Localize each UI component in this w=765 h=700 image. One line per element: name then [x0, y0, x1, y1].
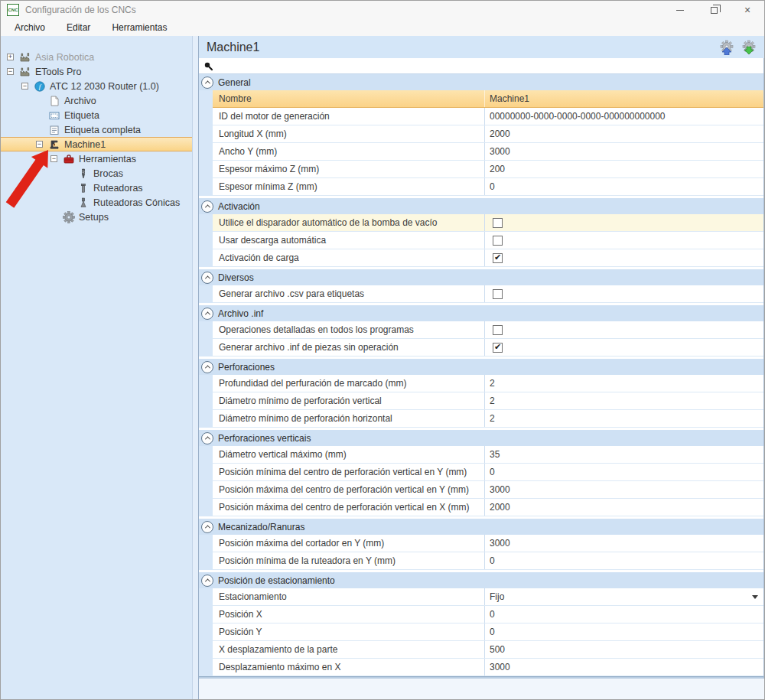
section-header[interactable]: Posición de estacionamiento	[199, 572, 763, 588]
property-row[interactable]: Posición máxima del centro de perforació…	[213, 499, 763, 516]
property-value[interactable]: 3000	[485, 481, 763, 498]
tree-item-archivo[interactable]: − Archivo	[1, 93, 192, 108]
property-value[interactable]: 0	[485, 464, 763, 480]
checkbox[interactable]	[493, 253, 503, 263]
property-row[interactable]: Generar archivo .inf de piezas sin opera…	[213, 339, 763, 357]
property-row[interactable]: Posición máxima del centro de perforació…	[213, 481, 763, 499]
property-row[interactable]: Posición mínima del centro de perforació…	[213, 464, 763, 481]
checkbox[interactable]	[493, 218, 503, 228]
property-value[interactable]: 2000	[485, 125, 763, 142]
property-row[interactable]: Estacionamiento Fijo	[213, 588, 763, 606]
tree-item-asia-robotica[interactable]: + Asia Robotica	[1, 50, 192, 64]
expand-plus-icon[interactable]: +	[7, 54, 14, 60]
property-row[interactable]: Nombre Machine1	[213, 90, 763, 108]
property-row[interactable]: Posición mínima de la ruteadora en Y (mm…	[213, 552, 763, 570]
property-value[interactable]: 2	[485, 375, 763, 392]
collapse-minus-icon[interactable]: −	[21, 83, 28, 90]
collapse-section-button[interactable]	[201, 361, 213, 373]
property-value[interactable]: 0	[485, 606, 763, 623]
collapse-section-button[interactable]	[201, 308, 213, 320]
tree-item-ruteadoras-conicas[interactable]: − Ruteadoras Cónicas	[1, 195, 192, 210]
property-row[interactable]: X desplazamiento de la parte 500	[213, 641, 763, 659]
property-value[interactable]: 00000000-0000-0000-0000-000000000000	[485, 108, 763, 125]
section-header[interactable]: Diversos	[199, 269, 763, 285]
tree-item-ruteadoras[interactable]: − Ruteadoras	[1, 181, 192, 195]
section-header[interactable]: Perforaciones	[199, 359, 763, 375]
property-row[interactable]: Espesor mínima Z (mm) 0	[213, 178, 763, 196]
property-value[interactable]: 3000	[485, 659, 763, 676]
section-header[interactable]: Perforaciones verticais	[199, 430, 763, 446]
section-header[interactable]: Activación	[199, 198, 763, 214]
property-row[interactable]: Utilice el disparador automático de la b…	[213, 214, 763, 232]
tree-item-setups[interactable]: −	[1, 210, 192, 224]
property-row[interactable]: Ancho Y (mm) 3000	[213, 143, 763, 161]
property-value[interactable]: Machine1	[485, 90, 763, 107]
property-value[interactable]: 2000	[485, 499, 763, 516]
property-row[interactable]: Posición máxima del cortador en Y (mm) 3…	[213, 535, 763, 552]
property-row[interactable]: Posición Y 0	[213, 623, 763, 641]
property-row[interactable]: Desplazamiento máximo en X 3000	[213, 659, 763, 676]
collapse-section-button[interactable]	[201, 77, 213, 89]
menu-herramientas[interactable]: Herramientas	[101, 21, 177, 34]
collapse-minus-icon[interactable]: −	[36, 141, 43, 148]
property-value[interactable]: 200	[485, 161, 763, 177]
property-value[interactable]: 3000	[485, 535, 763, 552]
grid-search-row[interactable]	[199, 58, 763, 74]
search-input[interactable]	[217, 60, 763, 72]
property-value[interactable]: 500	[485, 641, 763, 658]
close-button[interactable]: ×	[731, 1, 764, 19]
collapse-section-button[interactable]	[201, 575, 213, 587]
property-row[interactable]: Posición X 0	[213, 606, 763, 623]
gear-upload-icon[interactable]	[719, 40, 734, 55]
property-value[interactable]: 3000	[485, 143, 763, 160]
property-value[interactable]: 0	[485, 178, 763, 195]
property-row[interactable]: Diámetro mínimo de perforación vertical …	[213, 392, 763, 410]
menu-editar[interactable]: Editar	[56, 21, 101, 34]
tree-item-herramientas[interactable]: − Herramientas	[1, 151, 192, 166]
property-row[interactable]: Profundidad del perfuración de marcado (…	[213, 375, 763, 392]
collapse-section-button[interactable]	[201, 432, 213, 444]
tree-item-machine1[interactable]: − Machine1	[1, 137, 192, 151]
property-value[interactable]: 2	[485, 410, 763, 427]
section-header[interactable]: Mecanizado/Ranuras	[199, 519, 763, 535]
panel-splitter[interactable]	[192, 36, 198, 699]
property-row[interactable]: Espesor máximo Z (mm) 200	[213, 161, 763, 178]
collapse-section-button[interactable]	[201, 272, 213, 284]
property-value[interactable]: 35	[485, 446, 763, 463]
property-row[interactable]: Longitud X (mm) 2000	[213, 125, 763, 143]
tree-item-brocas[interactable]: − Brocas	[1, 166, 192, 181]
property-row[interactable]: Activación de carga	[213, 249, 763, 267]
checkbox[interactable]	[493, 236, 503, 246]
tree-item-atc-router[interactable]: − f ATC 12 2030 Router (1.0)	[1, 79, 192, 93]
tree-item-etiqueta-completa[interactable]: − Etiqueta completa	[1, 122, 192, 137]
minimize-button[interactable]	[663, 1, 697, 19]
property-row[interactable]: Operaciones detalladas en todos los prog…	[213, 321, 763, 339]
close-icon: ×	[744, 5, 750, 15]
tree-item-etools-pro[interactable]: − ETools Pro	[1, 64, 192, 79]
section-header[interactable]: Archivo .inf	[199, 305, 763, 321]
collapse-section-button[interactable]	[201, 521, 213, 533]
checkbox[interactable]	[493, 325, 503, 335]
property-row[interactable]: Diámetro vertical máximo (mm) 35	[213, 446, 763, 464]
property-row[interactable]: Diámetro mínimo de perforación horizonta…	[213, 410, 763, 428]
gear-download-icon[interactable]	[741, 40, 757, 55]
collapse-section-button[interactable]	[201, 200, 213, 213]
estacionamiento-dropdown[interactable]: Fijo	[485, 588, 763, 605]
collapse-minus-icon[interactable]: −	[50, 155, 57, 162]
menu-archivo[interactable]: Archivo	[4, 21, 56, 34]
chevron-down-icon[interactable]	[752, 595, 758, 599]
property-value[interactable]: 0	[485, 552, 763, 569]
collapse-minus-icon[interactable]: −	[7, 68, 14, 75]
checkbox[interactable]	[493, 343, 503, 353]
property-value[interactable]: 0	[485, 623, 763, 640]
machine-icon	[48, 138, 60, 151]
checkbox[interactable]	[493, 289, 503, 299]
property-value[interactable]: 2	[485, 392, 763, 409]
property-row[interactable]: ID del motor de generación 00000000-0000…	[213, 108, 763, 125]
property-row[interactable]: Usar descarga automática	[213, 232, 763, 249]
section-header[interactable]: General	[199, 74, 763, 90]
tree-item-etiqueta[interactable]: − Etiqueta	[1, 108, 192, 122]
restore-button[interactable]	[697, 1, 731, 19]
tree-item-label: Setups	[78, 212, 109, 223]
property-row[interactable]: Generar archivo .csv para etiquetas	[213, 285, 763, 303]
